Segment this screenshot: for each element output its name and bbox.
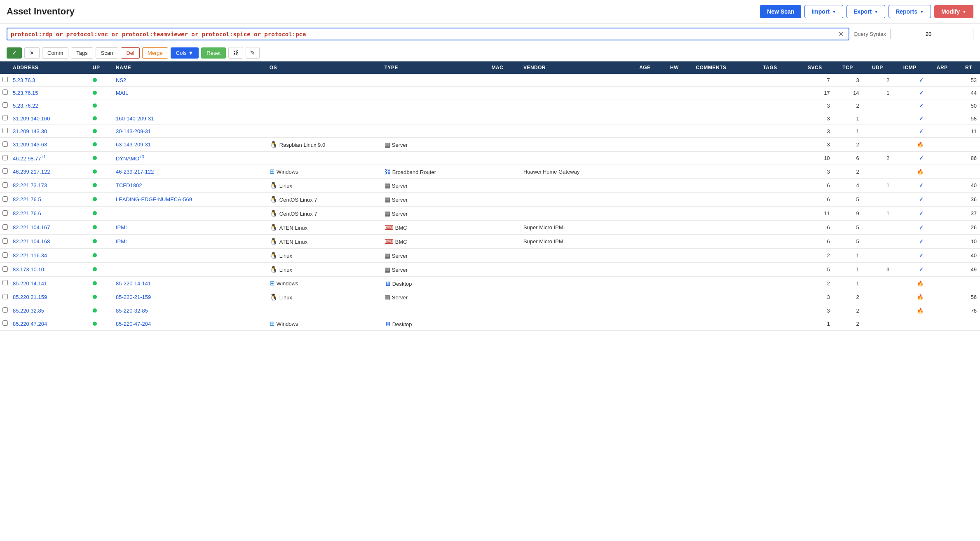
- address-link[interactable]: 46.239.217.122: [13, 169, 50, 175]
- reports-button[interactable]: Reports ▼: [889, 5, 931, 18]
- row-checkbox[interactable]: [2, 182, 8, 188]
- name-link[interactable]: 85-220-47-204: [116, 321, 151, 327]
- merge-button[interactable]: Merge: [142, 47, 168, 59]
- address-link[interactable]: 82.221.76.6: [13, 210, 41, 216]
- name-link[interactable]: 63-143-209-31: [116, 141, 151, 148]
- edit-icon-button[interactable]: ✎: [246, 47, 260, 59]
- col-icmp[interactable]: ICMP: [893, 61, 927, 74]
- name-link[interactable]: NS2: [116, 77, 126, 83]
- name-link[interactable]: 85-220-32-85: [116, 308, 148, 314]
- row-checkbox[interactable]: [2, 141, 8, 147]
- name-link[interactable]: MAIL: [116, 90, 128, 96]
- mac-cell: [489, 221, 521, 235]
- name-link[interactable]: DYNAMO: [116, 155, 139, 162]
- reset-button[interactable]: Reset: [201, 47, 226, 59]
- row-checkbox[interactable]: [2, 266, 8, 272]
- address-link[interactable]: 5.23.76.3: [13, 77, 35, 83]
- address-link[interactable]: 82.221.73.173: [13, 182, 47, 188]
- name-link[interactable]: 46-239-217-122: [116, 169, 154, 175]
- hw-cell: [668, 193, 693, 207]
- import-button[interactable]: Import ▼: [804, 5, 843, 18]
- col-mac[interactable]: MAC: [489, 61, 521, 74]
- address-link[interactable]: 85.220.47.204: [13, 321, 47, 327]
- col-up[interactable]: UP: [90, 61, 113, 74]
- row-checkbox[interactable]: [2, 196, 8, 202]
- select-all-button[interactable]: ✓: [7, 47, 22, 59]
- address-link[interactable]: 31.209.140.160: [13, 115, 50, 122]
- col-type[interactable]: TYPE: [382, 61, 489, 74]
- row-checkbox[interactable]: [2, 320, 8, 326]
- col-arp[interactable]: ARP: [927, 61, 957, 74]
- row-checkbox[interactable]: [2, 280, 8, 285]
- name-link[interactable]: 85-220-14-141: [116, 280, 151, 287]
- address-link[interactable]: 5.23.76.22: [13, 103, 38, 109]
- col-os[interactable]: OS: [267, 61, 382, 74]
- row-checkbox[interactable]: [2, 252, 8, 258]
- col-address[interactable]: ADDRESS: [10, 61, 90, 74]
- name-link[interactable]: 30-143-209-31: [116, 128, 151, 134]
- name-link[interactable]: TCFD1802: [116, 182, 142, 188]
- name-link[interactable]: LEADING-EDGE-NUMECA-569: [116, 196, 192, 202]
- export-button[interactable]: Export ▼: [846, 5, 885, 18]
- search-input[interactable]: [11, 31, 837, 38]
- row-checkbox[interactable]: [2, 115, 8, 120]
- row-checkbox[interactable]: [2, 77, 8, 82]
- page-size-input[interactable]: [890, 29, 973, 39]
- os-icon: 🐧: [270, 182, 278, 189]
- address-link[interactable]: 85.220.32.85: [13, 308, 44, 314]
- icmp-fire: 🔥: [917, 169, 924, 175]
- row-checkbox[interactable]: [2, 128, 8, 133]
- col-age[interactable]: AGE: [637, 61, 668, 74]
- link-icon-button[interactable]: ⛓: [228, 47, 243, 59]
- col-name[interactable]: NAME: [113, 61, 267, 74]
- row-checkbox[interactable]: [2, 168, 8, 174]
- row-checkbox[interactable]: [2, 102, 8, 108]
- row-checkbox[interactable]: [2, 238, 8, 244]
- address-link[interactable]: 31.209.143.63: [13, 141, 47, 148]
- row-checkbox[interactable]: [2, 294, 8, 299]
- row-checkbox[interactable]: [2, 89, 8, 95]
- tags-cell: [760, 235, 797, 249]
- address-link[interactable]: 5.23.76.15: [13, 90, 38, 96]
- address-link[interactable]: 85.220.14.141: [13, 280, 47, 287]
- row-checkbox[interactable]: [2, 307, 8, 313]
- address-link[interactable]: 82.221.104.168: [13, 238, 50, 245]
- scan-button[interactable]: Scan: [96, 47, 119, 59]
- tcp-cell: 2: [833, 138, 863, 152]
- search-clear-button[interactable]: ✕: [837, 30, 845, 38]
- modify-button[interactable]: Modify ▼: [934, 5, 973, 18]
- col-udp[interactable]: UDP: [863, 61, 893, 74]
- type-label: Server: [392, 183, 408, 189]
- cols-button[interactable]: Cols ▼: [171, 47, 199, 59]
- address-link[interactable]: 85.220.21.159: [13, 294, 47, 300]
- name-link[interactable]: IPMI: [116, 238, 127, 245]
- deselect-button[interactable]: ✕: [24, 47, 40, 59]
- query-syntax-link[interactable]: Query Syntax: [853, 31, 886, 37]
- col-tags[interactable]: TAGS: [760, 61, 797, 74]
- new-scan-button[interactable]: New Scan: [760, 5, 801, 18]
- col-hw[interactable]: HW: [668, 61, 693, 74]
- col-vendor[interactable]: VENDOR: [521, 61, 637, 74]
- col-svcs[interactable]: SVCS: [797, 61, 833, 74]
- row-checkbox[interactable]: [2, 224, 8, 230]
- name-link[interactable]: 160-140-209-31: [116, 115, 154, 122]
- comm-button[interactable]: Comm: [42, 47, 68, 59]
- address-link[interactable]: 82.221.104.167: [13, 224, 50, 231]
- row-checkbox[interactable]: [2, 155, 8, 160]
- row-checkbox[interactable]: [2, 210, 8, 216]
- name-link[interactable]: 85-220-21-159: [116, 294, 151, 300]
- up-indicator: [93, 103, 97, 108]
- del-button[interactable]: Del: [121, 47, 140, 59]
- tags-button[interactable]: Tags: [71, 47, 93, 59]
- address-link[interactable]: 82.221.116.34: [13, 252, 47, 259]
- address-link[interactable]: 83.173.10.10: [13, 266, 44, 273]
- address-link[interactable]: 46.22.98.77: [13, 155, 41, 162]
- name-link[interactable]: IPMI: [116, 224, 127, 231]
- address-link[interactable]: 31.209.143.30: [13, 128, 47, 134]
- arp-cell: [927, 304, 957, 317]
- up-cell: [90, 165, 113, 179]
- col-comments[interactable]: COMMENTS: [693, 61, 760, 74]
- address-link[interactable]: 82.221.76.5: [13, 196, 41, 202]
- col-tcp[interactable]: TCP: [833, 61, 863, 74]
- col-rt[interactable]: RT: [957, 61, 980, 74]
